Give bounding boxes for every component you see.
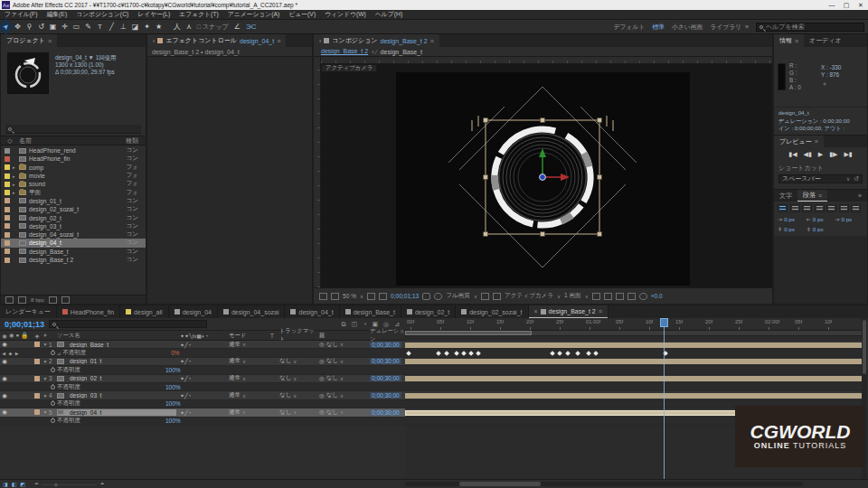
layer-label-swatch[interactable]: [33, 359, 42, 364]
label-swatch[interactable]: [5, 232, 10, 238]
brush-tool-icon[interactable]: ╱: [106, 21, 118, 33]
label-swatch[interactable]: [5, 258, 10, 263]
camera-tool-icon[interactable]: ▣: [47, 21, 59, 33]
keyframe-diamond[interactable]: [454, 351, 459, 356]
menu-アニメーション(A)[interactable]: アニメーション(A): [223, 10, 285, 19]
breadcrumb-current[interactable]: design_Base_t 2: [321, 48, 368, 55]
timeline-tab-design_all[interactable]: design_all: [120, 305, 168, 318]
expand-inout-icon[interactable]: ◩: [20, 481, 25, 487]
layer-name[interactable]: design_04_t: [57, 409, 176, 416]
puppet-pin-tool-icon[interactable]: ★: [153, 21, 165, 33]
pan-behind-tool-icon[interactable]: ✛: [59, 21, 71, 33]
property-row-design_04_t[interactable]: 不透明度100%: [0, 418, 405, 426]
layer-label-swatch[interactable]: [33, 393, 42, 399]
minimize-button[interactable]: —: [825, 0, 839, 10]
project-item[interactable]: design_01_tコン: [1, 197, 146, 205]
previous-frame-button[interactable]: ◀▮: [804, 151, 812, 158]
close-tab-icon[interactable]: ×: [534, 308, 538, 314]
menu-ビュー(V)[interactable]: ビュー(V): [284, 10, 320, 19]
layer-switches[interactable]: ✦╱◔: [176, 342, 229, 348]
keyframe-diamond[interactable]: [476, 351, 481, 356]
playhead-line[interactable]: [664, 318, 665, 479]
snapshot-icon[interactable]: [422, 293, 430, 300]
property-row-design_Base_t[interactable]: ◀ ◆ ▶⊿不透明度0%: [0, 349, 405, 357]
timeline-tab-design_02_t[interactable]: design_02_t: [401, 305, 455, 318]
project-item[interactable]: design_Base_t 2コン: [1, 256, 146, 264]
layer-switches[interactable]: ✦╱◔: [176, 392, 229, 399]
zoom-out-mountain-icon[interactable]: ⏶: [34, 481, 39, 487]
new-composition-icon[interactable]: [49, 296, 57, 304]
property-name[interactable]: 不透明度: [57, 366, 165, 374]
workspace-デフォルト[interactable]: デフォルト: [614, 23, 646, 32]
twirl-down-icon[interactable]: ▼: [42, 359, 49, 364]
label-swatch[interactable]: [5, 164, 10, 170]
close-button[interactable]: ✕: [854, 0, 868, 10]
timeline-button-icon[interactable]: [616, 293, 624, 300]
twirl-icon[interactable]: ▸: [13, 182, 18, 187]
work-area-bar[interactable]: [405, 331, 862, 336]
label-swatch[interactable]: [5, 182, 10, 187]
tab-preview[interactable]: プレビュー≡: [774, 136, 824, 147]
property-value[interactable]: 100%: [165, 400, 202, 407]
playhead-handle[interactable]: [660, 318, 668, 327]
layer-duration[interactable]: 0;00;30;00: [366, 342, 405, 348]
expand-layer-switches-icon[interactable]: ◨: [3, 481, 8, 487]
indent-field-3[interactable]: ⇞0 px: [778, 226, 807, 232]
eraser-tool-icon[interactable]: ◪: [129, 21, 141, 33]
layer-row-design_Base_t[interactable]: ◉▼1design_Base_t✦╱◔通常∨◎なし∨0;00;30;00: [0, 341, 405, 349]
layer-row-design_03_t[interactable]: ◉▼4design_03_t✦╱◔通常∨なし∨◎なし∨0;00;30;00: [0, 391, 405, 399]
project-item[interactable]: ▸movieフォ: [1, 172, 146, 180]
property-value[interactable]: 100%: [165, 418, 202, 424]
layer-name[interactable]: design_02_t: [57, 375, 176, 381]
label-swatch[interactable]: [5, 215, 10, 221]
viewer-timecode[interactable]: 0;00;01;13: [391, 293, 419, 299]
first-frame-button[interactable]: ▮◀: [788, 151, 797, 158]
property-name[interactable]: 不透明度: [57, 417, 165, 425]
type-tool-icon[interactable]: T: [94, 21, 106, 33]
blend-mode-select[interactable]: 通常∨: [229, 391, 270, 399]
roto-brush-icon[interactable]: 人: [174, 21, 181, 33]
visibility-eye-icon[interactable]: ◉: [0, 375, 9, 382]
visibility-eye-icon[interactable]: ◉: [0, 392, 9, 399]
indent-field-4[interactable]: ⇟0 px: [807, 226, 835, 232]
property-value[interactable]: 100%: [165, 384, 202, 390]
project-item[interactable]: ▸平面フォ: [1, 188, 146, 196]
layer-switches[interactable]: ✦╱◔: [176, 375, 229, 381]
property-name[interactable]: 不透明度: [57, 399, 165, 408]
keyframe-diamond[interactable]: [436, 351, 441, 356]
project-item[interactable]: HeadPhone_rendコン: [1, 146, 146, 155]
align-button-3[interactable]: [815, 204, 825, 212]
keyframe-diamond[interactable]: [550, 351, 555, 356]
timeline-horizontal-scrollbar[interactable]: [405, 482, 803, 486]
trackmatte-select[interactable]: なし∨: [279, 391, 319, 399]
keyframe-diamond[interactable]: [565, 351, 571, 356]
label-swatch[interactable]: [5, 240, 10, 246]
layer-duration[interactable]: 0;00;30;00: [366, 358, 405, 364]
composition-breadcrumb[interactable]: design_Base_t 2 ‹ ∕ design_Base_t: [314, 47, 772, 57]
layer-row-design_01_t[interactable]: ◉▼2design_01_t✦╱◔通常∨なし∨◎なし∨0;00;30;00: [0, 358, 405, 366]
trackmatte-select[interactable]: なし∨: [279, 374, 319, 382]
tab-composition[interactable]: ‹ コンポジション design_Base_t 2 ≡: [314, 34, 439, 47]
keyframe-diamond[interactable]: [461, 351, 467, 356]
timeline-tab-HeadPhone_fin[interactable]: HeadPhone_fin: [57, 305, 119, 318]
label-swatch[interactable]: [5, 156, 10, 162]
workspace-標準[interactable]: 標準: [652, 23, 665, 32]
maximize-button[interactable]: ▢: [839, 0, 854, 10]
label-swatch[interactable]: [5, 190, 10, 195]
align-button-4[interactable]: [826, 204, 836, 212]
rotation-tool-icon[interactable]: ↺: [35, 21, 47, 33]
layer-duration[interactable]: 0;00;30;00: [366, 392, 405, 399]
layer-row-design_04_t[interactable]: ◉▼5design_04_t✦╱◔通常∨なし∨◎なし∨0;00;30;00: [0, 408, 405, 417]
layer-switches[interactable]: ✦╱◔: [176, 409, 229, 416]
active-camera-label[interactable]: アクティブカメラ: [321, 64, 377, 72]
keyframe-diamond[interactable]: [575, 351, 580, 356]
layer-duration-bar[interactable]: [405, 343, 862, 348]
project-item[interactable]: design_02_tコン: [1, 213, 146, 221]
resolution-select[interactable]: フル画質: [446, 292, 470, 300]
timeline-tab-design_04_t[interactable]: design_04_t: [285, 305, 338, 318]
stopwatch-icon[interactable]: [51, 385, 55, 389]
property-row-design_03_t[interactable]: 不透明度100%: [0, 400, 405, 408]
property-name[interactable]: 不透明度: [57, 383, 165, 391]
twirl-down-icon[interactable]: ▼: [42, 342, 49, 347]
exposure-value[interactable]: +0.0: [651, 293, 663, 299]
